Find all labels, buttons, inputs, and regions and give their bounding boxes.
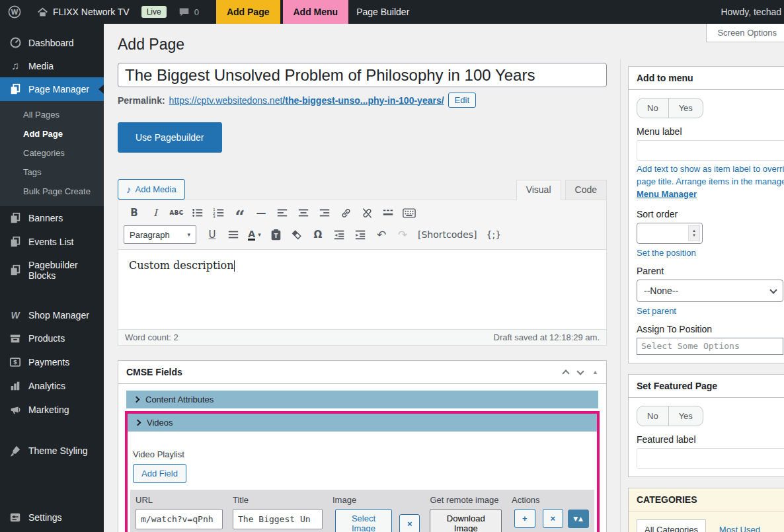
draft-saved-status: Draft saved at 12:18:29 am. [494,332,600,342]
post-title-input[interactable] [118,63,607,87]
screen-options-tab[interactable]: Screen Options [706,24,784,42]
delete-row-button[interactable]: × [543,509,564,528]
submenu-item-tags[interactable]: Tags [0,163,104,182]
add-page-button[interactable]: Add Page [216,0,280,24]
cmse-panel-header: CMSE Fields ▲ [118,361,606,384]
tab-most-used[interactable]: Most Used [719,525,760,532]
yes-button[interactable]: Yes [669,406,703,426]
sidebar-item-media[interactable]: ♫Media [0,55,104,77]
undo-icon[interactable]: ↶ [372,226,391,243]
editor-content-area[interactable]: Custom description [118,249,606,329]
justify-icon[interactable] [224,226,243,243]
chevron-down-icon [769,286,777,293]
comment-icon [178,7,190,18]
sidebar-item-banners[interactable]: Banners [0,206,104,230]
add-row-button[interactable]: + [514,509,535,528]
numbered-list-icon[interactable]: 123 [210,204,228,221]
clear-formatting-icon[interactable] [288,226,306,243]
sidebar-item-events-list[interactable]: Events List [0,230,104,254]
howdy-menu[interactable]: Howdy, techad [721,0,784,24]
underline-icon[interactable]: U [203,226,221,243]
paragraph-format-select[interactable]: Paragraph▾ [124,225,196,244]
permalink-row: Permalink: https://cptv.websitedons.net/… [118,93,607,108]
use-pagebuilder-button[interactable]: Use Pagebuilder [118,122,222,153]
sidebar-item-theme-styling[interactable]: Theme Styling [0,439,104,463]
video-url-input[interactable] [136,509,223,529]
sort-order-input[interactable]: ▲▼ [637,223,703,244]
menu-label-input[interactable] [637,140,784,161]
move-up-icon[interactable] [562,369,569,377]
strikethrough-icon[interactable]: ABC [167,204,186,221]
sort-row-button[interactable]: ▼▲ [568,510,589,528]
remove-image-button[interactable]: × [399,514,420,532]
url-label: URL [136,495,223,505]
site-name-menu[interactable]: FLIXX Network TV [29,0,137,24]
special-character-icon[interactable]: Ω [309,226,327,243]
sidebar-item-shop-manager[interactable]: WShop Manager [0,304,104,326]
add-media-button[interactable]: ♪ Add Media [118,179,185,200]
page-builder-button[interactable]: Page Builder [348,0,417,24]
image-label: Image [333,495,420,505]
sidebar-item-settings[interactable]: Settings [0,506,104,529]
yes-button[interactable]: Yes [669,98,703,118]
code-snippet-button[interactable]: {;} [487,229,502,240]
set-position-link[interactable]: Set the position [637,248,696,258]
section-content-attributes[interactable]: Content Attributes [126,391,598,408]
edit-permalink-button[interactable]: Edit [448,93,476,108]
shortcodes-button[interactable]: [Shortcodes] [418,229,477,240]
tab-all-categories[interactable]: All Categories [637,519,706,532]
collapse-toggle-icon[interactable]: ▲ [592,369,598,375]
add-menu-button[interactable]: Add Menu [283,0,349,24]
submenu-item-add-page[interactable]: Add Page [0,124,104,143]
set-parent-link[interactable]: Set parent [637,306,676,316]
blockquote-icon[interactable]: “ [231,204,249,221]
align-left-icon[interactable] [273,204,292,221]
submenu-item-all-pages[interactable]: All Pages [0,105,104,124]
unlink-icon[interactable] [358,204,376,221]
sidebar-item-analytics[interactable]: Analytics [0,374,104,398]
featured-label-input[interactable] [637,448,784,469]
menu-manager-link[interactable]: Menu Manager [637,189,697,199]
download-image-button[interactable]: Download Image [430,509,501,532]
submenu-item-categories[interactable]: Categories [0,143,104,163]
sidebar-item-marketing[interactable]: Marketing [0,398,104,422]
sidebar-item-pagebuilder-blocks[interactable]: Pagebuilder Blocks [0,254,104,287]
bullet-list-icon[interactable] [188,204,207,221]
section-videos[interactable]: Videos [128,414,597,432]
video-title-input[interactable] [233,509,323,529]
menu-separator [0,422,104,439]
add-field-button[interactable]: Add Field [133,464,186,483]
move-down-icon[interactable] [576,367,584,375]
bold-icon[interactable]: B [125,204,143,221]
sidebar-item-products[interactable]: Products [0,326,104,350]
number-spinner-icon[interactable]: ▲▼ [688,225,700,241]
more-tag-icon[interactable] [379,204,397,221]
redo-icon[interactable]: ↷ [393,226,412,243]
no-button[interactable]: No [637,406,669,426]
submenu-item-bulk-page-create[interactable]: Bulk Page Create [0,182,104,201]
sidebar-item-payments[interactable]: $Payments [0,350,104,374]
select-image-button[interactable]: Select Image [335,509,392,532]
paste-as-text-icon[interactable]: T [266,226,285,243]
outdent-icon[interactable] [330,226,348,243]
sidebar-item-page-manager[interactable]: Page Manager [0,77,104,101]
no-button[interactable]: No [637,98,669,118]
horizontal-rule-icon[interactable]: — [252,204,270,221]
tab-code[interactable]: Code [565,180,607,200]
comment-count: 0 [194,7,199,17]
sidebar-item-dashboard[interactable]: Dashboard [0,30,104,55]
comments-button[interactable]: 0 [171,0,207,24]
align-center-icon[interactable] [294,204,313,221]
assign-position-input[interactable] [637,338,783,355]
permalink-link[interactable]: https://cptv.websitedons.net/the-biggest… [169,95,444,106]
wordpress-logo-icon[interactable]: W [0,0,29,24]
link-icon[interactable] [336,204,355,221]
italic-icon[interactable]: I [146,204,165,221]
keyboard-icon[interactable] [400,204,418,221]
parent-select[interactable]: --None-- [637,280,783,302]
text-color-icon[interactable]: A▾ [245,226,264,243]
align-right-icon[interactable] [315,204,334,221]
tab-visual[interactable]: Visual [516,180,561,200]
home-icon [37,7,48,18]
indent-icon[interactable] [351,226,370,243]
